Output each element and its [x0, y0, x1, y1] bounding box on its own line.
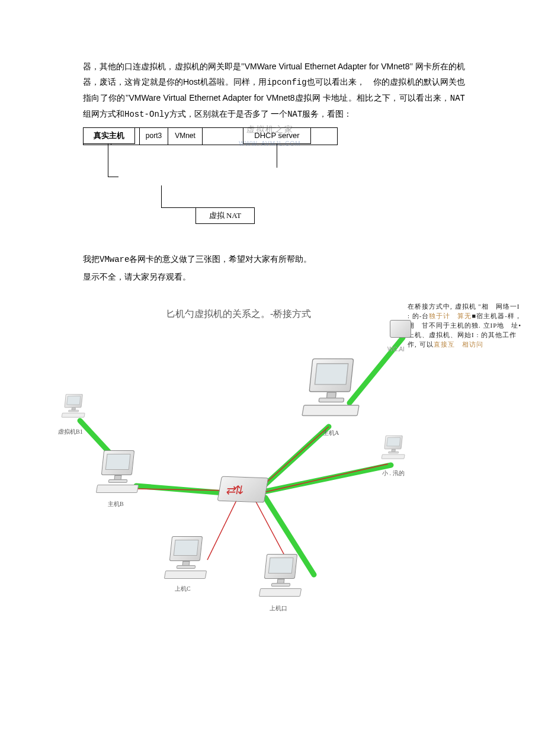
diagram-nat: 真实主机 DHCP server port1 port2 port3 VMnet…: [83, 127, 379, 234]
paragraph-1: 器，其他的口连虚拟机，虚拟机的网关即是"VMWare Virtual Ether…: [83, 59, 465, 123]
diagram-bridged: 匕机勺虚拟机的关系之。-桥接方式 在桥接方式中, 虚拟机 "相 网络一I : 的…: [59, 287, 521, 643]
router-icon: [390, 320, 411, 338]
t: VMWare Virtual Ethernet Adapter for VMne…: [129, 93, 294, 102]
t: 独于计 算无: [429, 312, 472, 319]
connector: [108, 177, 118, 177]
t: 方式，区别就在于是否多了 一个: [169, 110, 288, 118]
connector: [161, 185, 162, 207]
pc-host-d: [255, 554, 308, 607]
t: 器，其他的口连虚拟机，虚拟机的网关即是": [83, 62, 245, 71]
connector: [161, 207, 195, 208]
t: NAT: [287, 110, 302, 119]
t: ipconfig: [267, 78, 306, 87]
pc-vm-b1: [59, 394, 89, 424]
watermark: 虚拟机之家 WWW. AVMJL.COM: [203, 128, 337, 145]
intro-line-2: 显示不全，请大家另存观看。: [83, 270, 465, 285]
label-host-a: 主机A: [323, 428, 339, 439]
box-real-host: 真实主机: [83, 127, 135, 144]
t: 组网方式和: [83, 110, 124, 118]
intro-line-1: 我把VMware各网卡的意义做了三张图，希望对大家有所帮助。: [83, 252, 465, 268]
t: NAT: [450, 94, 465, 103]
fig2-aside: 在桥接方式中, 虚拟机 "相 网络一I : 的-台独于计 算无■宿主机器-样，拥…: [408, 302, 523, 350]
t: 服务，看图：: [302, 110, 352, 118]
label-small-right: 小 . 汛的: [382, 468, 405, 479]
label-vm-b1: 虚拟机B1: [58, 427, 83, 438]
label-host-d: 上机口: [270, 603, 287, 614]
t: VMware: [100, 255, 129, 264]
vmnet: VMnet: [168, 127, 203, 145]
t: 虚拟网 卡地址。相比之下，可以看出来，: [295, 94, 450, 102]
t: 我把: [83, 255, 100, 264]
label-host-b: 主机B: [108, 499, 124, 510]
watermark-title: 虚拟机之家: [246, 122, 294, 137]
t: 机器啦。同样，用: [200, 78, 267, 87]
hub-icon: ⇄⇅: [219, 477, 267, 502]
connector: [108, 144, 108, 177]
pc-host-c: [160, 536, 213, 590]
label-host-c: 上机C: [175, 584, 191, 595]
t: Host-Only: [124, 110, 169, 119]
fig2-title: 匕机勺虚拟机的关系之。-桥接方式: [166, 305, 311, 323]
watermark-url: WWW. AVMJL.COM: [239, 139, 300, 150]
pc-host-a: [296, 358, 368, 431]
watermark-cell: 虚拟机之家 WWW. AVMJL.COM: [203, 127, 338, 145]
port-3: port3: [140, 127, 168, 145]
pc-host-b: [92, 450, 145, 504]
wcai-label: WC.AI: [387, 344, 405, 355]
t: VMWare Virtual Ethernet Adapter for VMne…: [245, 62, 410, 71]
t: 各网卡的意义做了三张图，希望对大家有所帮助。: [129, 255, 312, 264]
pc-small-right: [379, 435, 409, 465]
box-virtual-nat: 虚拟 NAT: [195, 207, 255, 224]
t: 直接互 相访问: [434, 341, 483, 348]
t: Host: [183, 77, 200, 87]
